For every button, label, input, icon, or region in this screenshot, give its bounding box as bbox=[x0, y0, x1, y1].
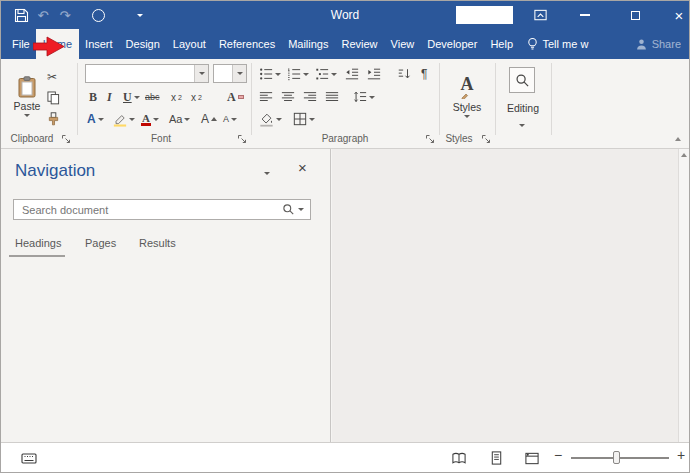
cut-button[interactable]: ✂ bbox=[47, 68, 57, 86]
ring-icon[interactable] bbox=[89, 1, 107, 29]
titlebar: ↶ ↷ Word × bbox=[1, 1, 689, 29]
shading-button[interactable] bbox=[259, 110, 282, 128]
font-size-dropdown[interactable] bbox=[232, 65, 246, 82]
navigation-options-button[interactable] bbox=[261, 169, 273, 178]
justify-button[interactable] bbox=[325, 88, 339, 106]
titlebar-search-box[interactable] bbox=[456, 6, 513, 24]
tab-help[interactable]: Help bbox=[484, 29, 520, 59]
undo-icon[interactable]: ↶ bbox=[34, 1, 52, 29]
share-label: Share bbox=[652, 38, 681, 50]
document-area[interactable] bbox=[332, 149, 690, 444]
tab-mailings[interactable]: Mailings bbox=[282, 29, 335, 59]
grow-font-button[interactable]: A bbox=[201, 110, 217, 128]
numbering-button[interactable] bbox=[287, 65, 309, 83]
tab-review-label: Review bbox=[342, 38, 378, 50]
borders-button[interactable] bbox=[293, 110, 315, 128]
editing-find-box[interactable] bbox=[509, 67, 535, 93]
clear-formatting-button[interactable]: A bbox=[227, 88, 244, 106]
paragraph-dialog-launcher[interactable] bbox=[425, 134, 435, 144]
web-layout-button[interactable] bbox=[524, 450, 540, 466]
sort-icon bbox=[397, 67, 411, 81]
tab-design[interactable]: Design bbox=[119, 29, 166, 59]
subscript-mark: 2 bbox=[178, 94, 182, 101]
lightbulb-icon bbox=[526, 37, 539, 51]
align-right-button[interactable] bbox=[303, 88, 317, 106]
tab-references[interactable]: References bbox=[212, 29, 281, 59]
search-options-chevron-icon[interactable] bbox=[298, 208, 304, 211]
subscript-button[interactable]: x2 bbox=[171, 88, 182, 106]
strikethrough-label: abc bbox=[145, 92, 160, 102]
paste-button[interactable]: Paste bbox=[9, 64, 45, 128]
font-dialog-launcher[interactable] bbox=[237, 134, 247, 144]
font-color-button[interactable]: A bbox=[141, 110, 159, 128]
multilevel-list-button[interactable] bbox=[315, 65, 337, 83]
macro-record-button[interactable] bbox=[21, 450, 37, 466]
align-center-button[interactable] bbox=[281, 88, 295, 106]
zoom-in-button[interactable]: + bbox=[677, 447, 685, 463]
styles-dialog-launcher[interactable] bbox=[481, 134, 491, 144]
customize-quick-access-icon[interactable] bbox=[132, 1, 148, 29]
nav-tab-headings-label: Headings bbox=[15, 237, 61, 249]
editing-button[interactable]: Editing bbox=[497, 99, 549, 117]
format-painter-button[interactable] bbox=[47, 110, 60, 128]
nav-tab-pages[interactable]: Pages bbox=[85, 237, 116, 249]
italic-button[interactable]: I bbox=[107, 88, 112, 106]
editing-dropdown[interactable] bbox=[519, 116, 525, 134]
shrink-font-button[interactable]: A bbox=[223, 110, 237, 128]
underline-button[interactable]: U bbox=[123, 88, 140, 106]
chevron-down-icon bbox=[153, 118, 159, 121]
bold-label: B bbox=[89, 90, 97, 105]
tab-file[interactable]: File bbox=[1, 29, 36, 59]
font-name-combobox[interactable] bbox=[85, 64, 209, 83]
tab-review[interactable]: Review bbox=[335, 29, 384, 59]
ribbon-display-options-icon[interactable] bbox=[531, 1, 549, 29]
sort-button[interactable] bbox=[397, 65, 411, 83]
highlight-color-button[interactable] bbox=[113, 110, 135, 128]
strikethrough-button[interactable]: abc bbox=[145, 88, 160, 106]
tab-developer[interactable]: Developer bbox=[421, 29, 484, 59]
font-size-combobox[interactable] bbox=[213, 64, 247, 83]
zoom-out-button[interactable]: − bbox=[554, 447, 562, 463]
redo-icon[interactable]: ↷ bbox=[56, 1, 74, 29]
zoom-slider-track[interactable] bbox=[571, 457, 669, 459]
share-button[interactable]: Share bbox=[635, 29, 681, 59]
increase-indent-button[interactable] bbox=[367, 65, 381, 83]
nav-tab-headings[interactable]: Headings bbox=[15, 237, 61, 249]
search-input[interactable] bbox=[14, 200, 282, 219]
superscript-button[interactable]: x2 bbox=[191, 88, 202, 106]
show-hide-pilcrow-button[interactable]: ¶ bbox=[421, 65, 427, 83]
align-left-button[interactable] bbox=[259, 88, 273, 106]
minimize-button[interactable] bbox=[575, 1, 595, 29]
save-button[interactable] bbox=[11, 1, 31, 29]
nav-tab-results[interactable]: Results bbox=[139, 237, 176, 249]
decrease-indent-button[interactable] bbox=[345, 65, 359, 83]
tab-view-label: View bbox=[391, 38, 415, 50]
text-effects-button[interactable]: A bbox=[87, 110, 104, 128]
font-name-dropdown[interactable] bbox=[194, 65, 208, 82]
collapse-ribbon-button[interactable] bbox=[675, 137, 681, 141]
vertical-scrollbar[interactable] bbox=[678, 149, 689, 444]
maximize-button[interactable] bbox=[625, 1, 645, 29]
tab-view[interactable]: View bbox=[384, 29, 421, 59]
line-spacing-button[interactable] bbox=[353, 88, 375, 106]
change-case-button[interactable]: Aa bbox=[169, 110, 190, 128]
close-button[interactable]: × bbox=[669, 1, 689, 29]
zoom-slider-thumb[interactable] bbox=[613, 451, 620, 464]
chevron-up-icon bbox=[211, 117, 217, 121]
increase-indent-icon bbox=[367, 67, 381, 81]
search-icon[interactable] bbox=[282, 203, 295, 216]
minus-icon: − bbox=[554, 447, 562, 463]
minimize-icon bbox=[580, 14, 590, 16]
read-mode-button[interactable] bbox=[451, 450, 467, 466]
bullets-button[interactable] bbox=[259, 65, 281, 83]
navigation-close-button[interactable]: × bbox=[298, 159, 307, 176]
tab-insert[interactable]: Insert bbox=[79, 29, 120, 59]
print-layout-button[interactable] bbox=[488, 450, 504, 466]
tab-layout[interactable]: Layout bbox=[166, 29, 212, 59]
copy-button[interactable] bbox=[47, 89, 60, 107]
bold-button[interactable]: B bbox=[89, 88, 97, 106]
clipboard-dialog-launcher[interactable] bbox=[61, 134, 71, 144]
tell-me-control[interactable]: Tell me w bbox=[520, 29, 595, 59]
styles-button[interactable]: A Styles bbox=[445, 64, 489, 128]
ribbon: Paste ✂ Clipboard bbox=[1, 59, 689, 149]
